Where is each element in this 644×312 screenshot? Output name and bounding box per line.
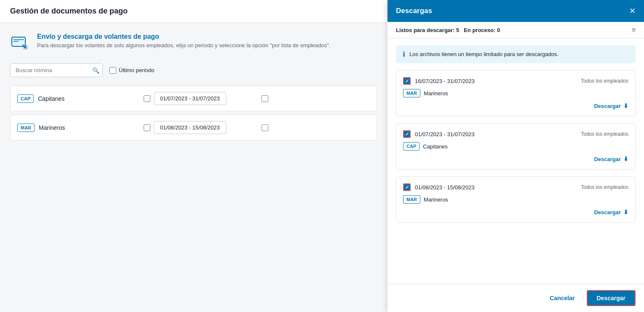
date-cell-cap: 01/07/2023 - 31/07/2023 — [144, 92, 262, 105]
date-cell-mar: 01/08/2023 - 15/08/2023 — [144, 121, 262, 134]
download-all-button[interactable]: Descargar — [587, 290, 636, 306]
ready-count-text: Listos para descargar: 5 En proceso: 0 — [396, 27, 500, 33]
download-item: 01/07/2023 - 31/07/2023 Todos los emplea… — [396, 123, 636, 169]
payroll-badge-name-mar: MAR Marineros — [17, 124, 144, 132]
download-checkbox-1[interactable] — [403, 77, 411, 85]
payroll-name-mar: Marineros — [39, 124, 65, 131]
download-link-2[interactable]: Descargar ⬇ — [403, 156, 628, 162]
date-cell-mar-2 — [262, 124, 379, 131]
search-input[interactable] — [10, 63, 103, 77]
mar-date-box: 01/08/2023 - 15/08/2023 — [154, 121, 226, 134]
download-item-top-2: 01/07/2023 - 31/07/2023 Todos los emplea… — [403, 130, 628, 138]
mar-date2-checkbox[interactable] — [262, 124, 268, 131]
search-bar: 🔍 Último período — [10, 63, 377, 77]
download-link-1[interactable]: Descargar ⬇ — [403, 102, 628, 109]
table-row: MAR Marineros 01/08/2023 - 15/08/2023 — [10, 115, 377, 140]
section-header: Envío y descarga de volantes de pago Par… — [10, 33, 377, 53]
todos-label-1: Todos los empleados — [581, 78, 628, 84]
download-arrow-1: ⬇ — [623, 102, 628, 109]
download-badge-mar-3: MAR — [403, 195, 420, 204]
left-panel: Gestión de documentos de pago Envío y de… — [0, 0, 387, 312]
download-badge-label-1: Marineros — [424, 90, 448, 97]
download-item: 16/07/2023 - 31/07/2023 Todos los emplea… — [396, 70, 636, 116]
info-banner: ℹ Los archivos tienen un tiempo limitado… — [396, 45, 636, 63]
todos-label-2: Todos los empleados — [581, 131, 628, 137]
search-wrap: 🔍 — [10, 63, 103, 77]
ultimo-periodo-checkbox[interactable] — [110, 67, 116, 74]
download-item-badges-1: MAR Marineros — [403, 89, 628, 97]
download-item-badges-3: MAR Marineros — [403, 195, 628, 204]
download-item-top-1: 16/07/2023 - 31/07/2023 Todos los emplea… — [403, 77, 628, 85]
download-item: 01/08/2023 - 15/08/2023 Todos los emplea… — [396, 176, 636, 223]
download-link-label-2: Descargar — [594, 156, 621, 162]
filter-icon[interactable]: ≡ — [632, 26, 636, 34]
section-info: Envío y descarga de volantes de pago Par… — [37, 33, 330, 48]
mar-date-checkbox[interactable] — [144, 124, 150, 131]
panel-footer: Cancelar Descargar — [387, 284, 644, 312]
download-badge-label-2: Capitanes — [423, 143, 448, 150]
section-title: Envío y descarga de volantes de pago — [37, 33, 330, 40]
content-area: Envío y descarga de volantes de pago Par… — [0, 23, 387, 312]
download-date-1: 16/07/2023 - 31/07/2023 — [415, 78, 475, 84]
download-date-2: 01/07/2023 - 31/07/2023 — [415, 131, 475, 137]
cancel-button[interactable]: Cancelar — [543, 291, 581, 305]
info-icon: ℹ — [403, 50, 405, 58]
payment-icon — [10, 33, 30, 53]
panel-title: Descargas — [396, 7, 432, 15]
page-title: Gestión de documentos de pago — [0, 0, 387, 23]
download-checkbox-3[interactable] — [403, 183, 411, 191]
close-button[interactable]: ✕ — [629, 7, 636, 15]
download-date-3: 01/08/2023 - 15/08/2023 — [415, 184, 475, 191]
panel-subheader: Listos para descargar: 5 En proceso: 0 ≡ — [387, 22, 644, 38]
panel-scroll: 16/07/2023 - 31/07/2023 Todos los emplea… — [387, 67, 644, 284]
payroll-name-cap: Capitanes — [38, 95, 64, 102]
ultimo-periodo-label: Último período — [119, 67, 155, 73]
download-arrow-3: ⬇ — [623, 209, 628, 215]
info-text: Los archivos tienen un tiempo limitado p… — [409, 51, 558, 57]
download-link-3[interactable]: Descargar ⬇ — [403, 209, 628, 215]
download-badge-label-3: Marineros — [424, 196, 448, 203]
cap-badge: CAP — [17, 94, 34, 103]
download-link-label-3: Descargar — [594, 209, 621, 215]
right-panel: Descargas ✕ Listos para descargar: 5 En … — [387, 0, 644, 312]
download-link-label-1: Descargar — [594, 103, 621, 109]
cap-date-box: 01/07/2023 - 31/07/2023 — [154, 92, 226, 105]
download-checkbox-2[interactable] — [403, 130, 411, 138]
section-subtitle: Para descargar los volantes de solo algu… — [37, 42, 330, 48]
date-cell-cap-2 — [262, 95, 379, 102]
payroll-badge-name: CAP Capitanes — [17, 94, 144, 103]
search-button[interactable]: 🔍 — [92, 67, 99, 74]
todos-label-3: Todos los empleados — [581, 184, 628, 190]
download-item-top-3: 01/08/2023 - 15/08/2023 Todos los emplea… — [403, 183, 628, 191]
cap-date2-checkbox[interactable] — [262, 95, 268, 102]
cap-date-checkbox[interactable] — [144, 95, 150, 102]
mar-badge: MAR — [17, 124, 35, 132]
table-row: CAP Capitanes 01/07/2023 - 31/07/2023 — [10, 86, 377, 111]
ultimo-periodo-filter[interactable]: Último período — [110, 67, 155, 74]
download-item-badges-2: CAP Capitanes — [403, 142, 628, 151]
download-arrow-2: ⬇ — [623, 156, 628, 162]
download-badge-mar-1: MAR — [403, 89, 420, 97]
download-badge-cap-2: CAP — [403, 142, 420, 151]
panel-header: Descargas ✕ — [387, 0, 644, 22]
